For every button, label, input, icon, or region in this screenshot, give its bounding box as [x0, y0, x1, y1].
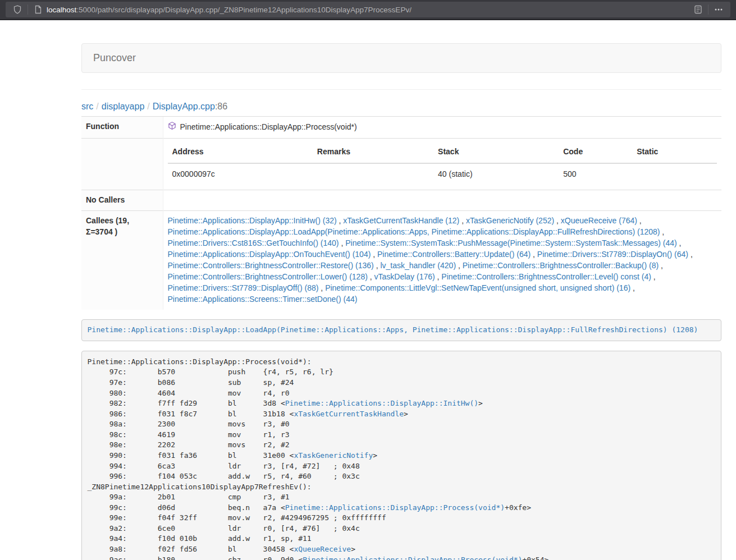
asm-symbol-link[interactable]: xTaskGenericNotify: [294, 451, 373, 460]
callee-link[interactable]: Pinetime::Controllers::BrightnessControl…: [168, 272, 368, 281]
column-header-address: Address: [168, 143, 313, 163]
details-table: Address Remarks Stack Code Static 0x0000…: [168, 143, 717, 185]
asm-symbol-link[interactable]: Pinetime::Applications::DisplayApp::Init…: [285, 399, 478, 407]
callee-link[interactable]: Pinetime::Controllers::BrightnessControl…: [463, 261, 659, 270]
callee-link[interactable]: vTaskDelay (176): [374, 272, 435, 281]
cell-code: 500: [559, 163, 632, 185]
column-header-remarks: Remarks: [313, 143, 433, 163]
asm-symbol-link[interactable]: Pinetime::Applications::DisplayApp::Proc…: [285, 503, 505, 512]
callee-link[interactable]: Pinetime::Controllers::BrightnessControl…: [168, 261, 374, 270]
asm-symbol-link[interactable]: xQueueReceive: [294, 545, 351, 553]
table-row-no-callers: No Callers: [81, 190, 721, 210]
url-host: localhost: [47, 6, 76, 14]
browser-toolbar: localhost:5000/path/src/displayapp/Displ…: [0, 0, 736, 20]
callee-link[interactable]: Pinetime::Applications::Screens::Timer::…: [168, 295, 358, 304]
table-row-callees: Callees (19, Σ=3704 ) Pinetime::Applicat…: [81, 210, 721, 309]
cell-static: [632, 163, 717, 185]
breadcrumb-link-file[interactable]: DisplayApp.cpp: [153, 102, 215, 111]
reader-mode-icon[interactable]: [692, 3, 704, 16]
breadcrumb-line-number: :86: [215, 102, 227, 111]
callees-label: Callees (19, Σ=3704 ): [81, 210, 163, 309]
callee-link[interactable]: Pinetime::Drivers::Cst816S::GetTouchInfo…: [168, 238, 339, 247]
asm-symbol-link[interactable]: Pinetime::Applications::DisplayApp::Proc…: [303, 556, 522, 560]
cell-stack: 40 (static): [433, 163, 559, 185]
breadcrumb-separator: /: [93, 102, 101, 111]
url-path: :5000/path/src/displayapp/DisplayApp.cpp…: [76, 6, 412, 14]
callee-link[interactable]: xQueueReceive (764): [561, 216, 637, 225]
callee-link[interactable]: Pinetime::Applications::DisplayApp::OnTo…: [168, 250, 371, 259]
callee-link[interactable]: xTaskGetCurrentTaskHandle (12): [343, 216, 459, 225]
function-name: Pinetime::Applications::DisplayApp::Proc…: [180, 122, 357, 133]
urlbar-divider: [708, 4, 708, 15]
breadcrumb-link-src[interactable]: src: [81, 102, 93, 111]
divider: [81, 89, 721, 90]
cell-address: 0x0000097c: [168, 163, 313, 185]
callee-link[interactable]: Pinetime::Controllers::BrightnessControl…: [441, 272, 651, 281]
callee-link[interactable]: Pinetime::Drivers::St7789::DisplayOn() (…: [537, 250, 688, 259]
url-text[interactable]: localhost:5000/path/src/displayapp/Displ…: [47, 6, 412, 14]
callee-link[interactable]: Pinetime::Applications::DisplayApp::Load…: [168, 227, 660, 236]
table-row-function: Function Pinetime::Applications::Display…: [81, 117, 721, 139]
no-callers-label: No Callers: [81, 190, 163, 210]
snippet-link[interactable]: Pinetime::Applications::DisplayApp::Load…: [88, 325, 698, 334]
assembly-pre: Pinetime::Applications::DisplayApp::Proc…: [81, 351, 721, 560]
page-icon[interactable]: [32, 3, 44, 16]
callee-link[interactable]: xTaskGenericNotify (252): [466, 216, 554, 225]
breadcrumb-link-displayapp[interactable]: displayapp: [102, 102, 145, 111]
breadcrumb: src/displayapp/DisplayApp.cpp:86: [81, 102, 721, 112]
callee-link[interactable]: Pinetime::Applications::DisplayApp::Init…: [168, 216, 337, 225]
shield-icon[interactable]: [11, 3, 24, 16]
table-row: 0x0000097c 40 (static) 500: [168, 163, 717, 185]
cell-remarks: [313, 163, 433, 185]
table-row-details: Address Remarks Stack Code Static 0x0000…: [81, 138, 721, 190]
callee-link[interactable]: Pinetime::System::SystemTask::PushMessag…: [345, 238, 677, 247]
column-header-code: Code: [559, 143, 632, 163]
function-label: Function: [81, 117, 163, 139]
column-header-stack: Stack: [433, 143, 559, 163]
column-header-static: Static: [632, 143, 717, 163]
url-bar[interactable]: localhost:5000/path/src/displayapp/Displ…: [6, 2, 730, 17]
callees-list: Pinetime::Applications::DisplayApp::Init…: [163, 210, 721, 309]
breadcrumb-separator: /: [144, 102, 152, 111]
callee-link[interactable]: Pinetime::Controllers::Battery::Update()…: [377, 250, 531, 259]
brand-link[interactable]: Puncover: [93, 52, 136, 64]
function-table: Function Pinetime::Applications::Display…: [81, 116, 721, 310]
callee-link[interactable]: lv_task_handler (420): [380, 261, 456, 270]
snippet-pre: Pinetime::Applications::DisplayApp::Load…: [81, 319, 721, 342]
page-container: Puncover src/displayapp/DisplayApp.cpp:8…: [81, 43, 721, 560]
callee-link[interactable]: Pinetime::Components::LittleVgl::SetNewT…: [325, 283, 630, 292]
navbar: Puncover: [81, 43, 721, 73]
package-cube-icon: [168, 121, 176, 134]
page-actions-ellipsis-icon[interactable]: [712, 3, 725, 16]
urlbar-divider: [28, 4, 28, 15]
asm-symbol-link[interactable]: xTaskGetCurrentTaskHandle: [294, 410, 404, 418]
callee-link[interactable]: Pinetime::Drivers::St7789::DisplayOff() …: [168, 283, 319, 292]
